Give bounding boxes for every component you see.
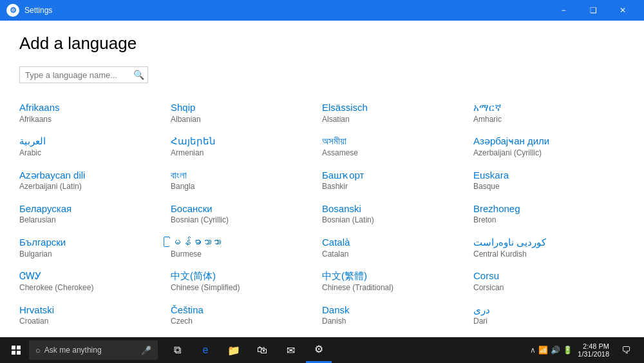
- language-native-name: العربية: [19, 135, 164, 148]
- language-item[interactable]: বাংলা Bangla: [171, 164, 322, 197]
- minimize-button[interactable]: −: [549, 0, 578, 21]
- taskbar-search-text: Ask me anything: [44, 346, 102, 355]
- battery-icon[interactable]: 🔋: [563, 346, 573, 355]
- language-item[interactable]: دیوهی Divehi: [19, 332, 171, 337]
- search-bar[interactable]: 🔍: [19, 66, 148, 83]
- language-item[interactable]: دری Dari: [473, 299, 625, 332]
- language-item[interactable]: অসমীয়া Assamese: [322, 130, 473, 163]
- settings-app-icon: ⚙: [6, 4, 19, 17]
- language-item[interactable]: English English: [473, 332, 625, 337]
- language-item[interactable]: Босански Bosnian (Cyrillic): [171, 197, 322, 231]
- language-native-name: አማርኛ: [473, 101, 618, 114]
- language-english-name: Czech: [171, 316, 316, 327]
- title-bar-title: Settings: [24, 6, 52, 15]
- language-native-name: Bosanski: [322, 202, 467, 215]
- language-english-name: Assamese: [322, 148, 467, 159]
- language-item[interactable]: Башҡорт Bashkir: [322, 164, 473, 197]
- language-item[interactable]: Čeština Czech: [171, 299, 322, 332]
- notification-icon: 🗨: [621, 345, 630, 355]
- title-bar: ⚙ Settings − ❑ ✕: [0, 0, 644, 21]
- language-item[interactable]: Català Catalan: [322, 231, 473, 264]
- language-native-name: Беларуская: [19, 202, 164, 215]
- language-item[interactable]: Euskara Basque: [473, 164, 625, 197]
- language-english-name: Armenian: [171, 148, 316, 159]
- language-item[interactable]: Elsässisch Alsatian: [322, 96, 473, 130]
- language-english-name: Bosnian (Latin): [322, 215, 467, 226]
- taskbar-app-icons: ⧉ e 📁 🛍 ✉ ⚙: [164, 337, 332, 363]
- start-button[interactable]: [3, 337, 29, 363]
- language-grid: Afrikaans Afrikaans Shqip Albanian Elsäs…: [19, 96, 625, 337]
- language-english-name: Danish: [322, 316, 467, 327]
- system-tray: ∧ 📶 🔊 🔋: [530, 346, 573, 355]
- mail-icon[interactable]: ✉: [278, 337, 303, 363]
- language-english-name: Breton: [473, 215, 618, 226]
- language-item[interactable]: ᏣᎳᎩ Cherokee (Cherokee): [19, 264, 171, 298]
- network-icon[interactable]: 📶: [538, 346, 548, 355]
- close-button[interactable]: ✕: [608, 0, 638, 21]
- language-english-name: Bangla: [171, 181, 316, 192]
- language-english-name: Central Kurdish: [473, 249, 618, 260]
- language-item[interactable]: Dansk Danish: [322, 299, 473, 332]
- language-native-name: Català: [322, 236, 467, 249]
- language-english-name: Corsican: [473, 282, 618, 293]
- language-item[interactable]: Afrikaans Afrikaans: [19, 96, 171, 130]
- language-native-name: Босански: [171, 202, 316, 215]
- language-native-name: 中文(简体): [171, 270, 316, 282]
- language-item[interactable]: རྫོང་ཁ Dzongkha: [322, 332, 473, 337]
- language-english-name: Belarusian: [19, 215, 164, 226]
- language-item[interactable]: Corsu Corsican: [473, 264, 625, 298]
- search-icon: 🔍: [133, 70, 144, 80]
- language-native-name: 中文(繁體): [322, 270, 467, 282]
- cortana-icon: ○: [35, 346, 41, 355]
- search-input[interactable]: [25, 70, 133, 80]
- file-explorer-icon[interactable]: 📁: [221, 337, 247, 363]
- language-english-name: Albanian: [171, 114, 316, 125]
- language-item[interactable]: Nederlands Dutch: [171, 332, 322, 337]
- taskbar-search[interactable]: ○ Ask me anything 🎤: [29, 340, 158, 360]
- task-view-button[interactable]: ⧉: [164, 337, 190, 363]
- language-english-name: Alsatian: [322, 114, 467, 125]
- language-native-name: Afrikaans: [19, 101, 164, 114]
- language-native-name: دری: [473, 304, 618, 317]
- language-item[interactable]: Հայերեն Armenian: [171, 130, 322, 163]
- language-native-name: Башҡорт: [322, 169, 467, 182]
- language-native-name: Corsu: [473, 270, 618, 282]
- language-item[interactable]: Brezhoneg Breton: [473, 197, 625, 231]
- volume-icon[interactable]: 🔊: [551, 346, 560, 355]
- settings-icon[interactable]: ⚙: [306, 337, 332, 363]
- language-item[interactable]: Азәрбајҹан дили Azerbaijani (Cyrillic): [473, 130, 625, 163]
- language-item[interactable]: Hrvatski Croatian: [19, 299, 171, 332]
- chevron-icon[interactable]: ∧: [530, 346, 536, 355]
- language-english-name: Amharic: [473, 114, 618, 125]
- store-icon[interactable]: 🛍: [249, 337, 275, 363]
- language-item[interactable]: Беларуская Belarusian: [19, 197, 171, 231]
- language-english-name: Bulgarian: [19, 249, 164, 260]
- edge-icon[interactable]: e: [193, 337, 218, 363]
- maximize-button[interactable]: ❑: [578, 0, 608, 21]
- language-item[interactable]: አማርኛ Amharic: [473, 96, 625, 130]
- language-native-name: Azərbaycan dili: [19, 169, 164, 182]
- language-item[interactable]: Bosanski Bosnian (Latin): [322, 197, 473, 231]
- clock[interactable]: 2:48 PM 1/31/2018: [578, 342, 609, 358]
- language-english-name: Cherokee (Cherokee): [19, 282, 164, 293]
- language-english-name: Croatian: [19, 316, 164, 327]
- language-native-name: Euskara: [473, 169, 618, 182]
- language-english-name: Azerbaijani (Latin): [19, 181, 164, 192]
- notification-center-button[interactable]: 🗨: [614, 337, 638, 363]
- language-english-name: Catalan: [322, 249, 467, 260]
- language-item[interactable]: العربية Arabic: [19, 130, 171, 163]
- language-native-name: Hrvatski: [19, 304, 164, 317]
- page-title: Add a language: [19, 34, 625, 54]
- language-item[interactable]: Shqip Albanian: [171, 96, 322, 130]
- language-item[interactable]: 中文(简体) Chinese (Simplified): [171, 264, 322, 298]
- language-english-name: Bosnian (Cyrillic): [171, 215, 316, 226]
- language-english-name: Chinese (Simplified): [171, 282, 316, 293]
- language-item[interactable]: Български Bulgarian: [19, 231, 171, 264]
- language-item[interactable]: မြန်မာဘာသာ Burmese: [171, 231, 322, 264]
- language-english-name: Basque: [473, 181, 618, 192]
- language-item[interactable]: 中文(繁體) Chinese (Traditional): [322, 264, 473, 298]
- language-item[interactable]: Azərbaycan dili Azerbaijani (Latin): [19, 164, 171, 197]
- language-native-name: বাংলা: [171, 169, 316, 182]
- language-english-name: Dari: [473, 316, 618, 327]
- language-item[interactable]: کوردیی ناوەراست Central Kurdish: [473, 231, 625, 264]
